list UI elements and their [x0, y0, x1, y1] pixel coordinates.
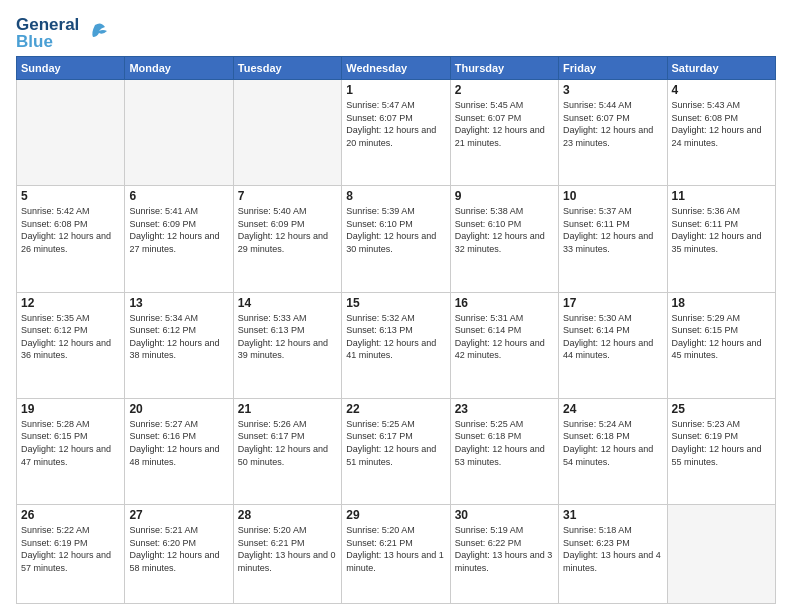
calendar-cell: 3 Sunrise: 5:44 AM Sunset: 6:07 PM Dayli…	[559, 80, 667, 186]
day-number: 7	[238, 189, 337, 203]
day-number: 31	[563, 508, 662, 522]
day-info: Sunrise: 5:19 AM Sunset: 6:22 PM Dayligh…	[455, 524, 554, 574]
day-info: Sunrise: 5:25 AM Sunset: 6:17 PM Dayligh…	[346, 418, 445, 468]
calendar-cell: 19 Sunrise: 5:28 AM Sunset: 6:15 PM Dayl…	[17, 398, 125, 504]
day-number: 5	[21, 189, 120, 203]
calendar-cell: 1 Sunrise: 5:47 AM Sunset: 6:07 PM Dayli…	[342, 80, 450, 186]
calendar-cell	[17, 80, 125, 186]
day-number: 15	[346, 296, 445, 310]
day-info: Sunrise: 5:43 AM Sunset: 6:08 PM Dayligh…	[672, 99, 771, 149]
logo: General Blue	[16, 16, 109, 50]
day-number: 16	[455, 296, 554, 310]
day-number: 29	[346, 508, 445, 522]
day-info: Sunrise: 5:36 AM Sunset: 6:11 PM Dayligh…	[672, 205, 771, 255]
header: General Blue	[16, 16, 776, 50]
day-info: Sunrise: 5:25 AM Sunset: 6:18 PM Dayligh…	[455, 418, 554, 468]
week-row-1: 5 Sunrise: 5:42 AM Sunset: 6:08 PM Dayli…	[17, 186, 776, 292]
weekday-header-monday: Monday	[125, 57, 233, 80]
calendar-cell: 27 Sunrise: 5:21 AM Sunset: 6:20 PM Dayl…	[125, 505, 233, 604]
day-info: Sunrise: 5:42 AM Sunset: 6:08 PM Dayligh…	[21, 205, 120, 255]
calendar-cell: 30 Sunrise: 5:19 AM Sunset: 6:22 PM Dayl…	[450, 505, 558, 604]
day-info: Sunrise: 5:33 AM Sunset: 6:13 PM Dayligh…	[238, 312, 337, 362]
calendar-cell: 16 Sunrise: 5:31 AM Sunset: 6:14 PM Dayl…	[450, 292, 558, 398]
weekday-header-row: SundayMondayTuesdayWednesdayThursdayFrid…	[17, 57, 776, 80]
calendar-cell: 20 Sunrise: 5:27 AM Sunset: 6:16 PM Dayl…	[125, 398, 233, 504]
day-info: Sunrise: 5:28 AM Sunset: 6:15 PM Dayligh…	[21, 418, 120, 468]
day-info: Sunrise: 5:24 AM Sunset: 6:18 PM Dayligh…	[563, 418, 662, 468]
calendar-cell: 29 Sunrise: 5:20 AM Sunset: 6:21 PM Dayl…	[342, 505, 450, 604]
day-info: Sunrise: 5:45 AM Sunset: 6:07 PM Dayligh…	[455, 99, 554, 149]
day-number: 23	[455, 402, 554, 416]
day-number: 8	[346, 189, 445, 203]
calendar-cell: 12 Sunrise: 5:35 AM Sunset: 6:12 PM Dayl…	[17, 292, 125, 398]
calendar-cell: 10 Sunrise: 5:37 AM Sunset: 6:11 PM Dayl…	[559, 186, 667, 292]
logo-bird-icon	[81, 19, 109, 47]
calendar-cell: 13 Sunrise: 5:34 AM Sunset: 6:12 PM Dayl…	[125, 292, 233, 398]
day-info: Sunrise: 5:47 AM Sunset: 6:07 PM Dayligh…	[346, 99, 445, 149]
day-number: 3	[563, 83, 662, 97]
calendar-cell: 26 Sunrise: 5:22 AM Sunset: 6:19 PM Dayl…	[17, 505, 125, 604]
day-number: 30	[455, 508, 554, 522]
day-info: Sunrise: 5:40 AM Sunset: 6:09 PM Dayligh…	[238, 205, 337, 255]
calendar-cell: 11 Sunrise: 5:36 AM Sunset: 6:11 PM Dayl…	[667, 186, 775, 292]
calendar-cell: 4 Sunrise: 5:43 AM Sunset: 6:08 PM Dayli…	[667, 80, 775, 186]
day-number: 18	[672, 296, 771, 310]
logo-blue: Blue	[16, 33, 79, 50]
calendar-cell	[233, 80, 341, 186]
calendar-cell	[125, 80, 233, 186]
day-number: 19	[21, 402, 120, 416]
calendar-cell: 14 Sunrise: 5:33 AM Sunset: 6:13 PM Dayl…	[233, 292, 341, 398]
calendar-cell: 2 Sunrise: 5:45 AM Sunset: 6:07 PM Dayli…	[450, 80, 558, 186]
calendar-cell: 6 Sunrise: 5:41 AM Sunset: 6:09 PM Dayli…	[125, 186, 233, 292]
day-number: 24	[563, 402, 662, 416]
day-number: 25	[672, 402, 771, 416]
calendar-cell	[667, 505, 775, 604]
day-info: Sunrise: 5:29 AM Sunset: 6:15 PM Dayligh…	[672, 312, 771, 362]
day-info: Sunrise: 5:32 AM Sunset: 6:13 PM Dayligh…	[346, 312, 445, 362]
day-info: Sunrise: 5:20 AM Sunset: 6:21 PM Dayligh…	[346, 524, 445, 574]
day-number: 2	[455, 83, 554, 97]
calendar-cell: 31 Sunrise: 5:18 AM Sunset: 6:23 PM Dayl…	[559, 505, 667, 604]
day-info: Sunrise: 5:27 AM Sunset: 6:16 PM Dayligh…	[129, 418, 228, 468]
calendar-cell: 8 Sunrise: 5:39 AM Sunset: 6:10 PM Dayli…	[342, 186, 450, 292]
calendar-cell: 25 Sunrise: 5:23 AM Sunset: 6:19 PM Dayl…	[667, 398, 775, 504]
day-number: 11	[672, 189, 771, 203]
calendar-table: SundayMondayTuesdayWednesdayThursdayFrid…	[16, 56, 776, 604]
calendar-cell: 28 Sunrise: 5:20 AM Sunset: 6:21 PM Dayl…	[233, 505, 341, 604]
calendar-cell: 23 Sunrise: 5:25 AM Sunset: 6:18 PM Dayl…	[450, 398, 558, 504]
weekday-header-saturday: Saturday	[667, 57, 775, 80]
week-row-2: 12 Sunrise: 5:35 AM Sunset: 6:12 PM Dayl…	[17, 292, 776, 398]
calendar-cell: 21 Sunrise: 5:26 AM Sunset: 6:17 PM Dayl…	[233, 398, 341, 504]
weekday-header-thursday: Thursday	[450, 57, 558, 80]
day-info: Sunrise: 5:38 AM Sunset: 6:10 PM Dayligh…	[455, 205, 554, 255]
day-number: 27	[129, 508, 228, 522]
day-number: 13	[129, 296, 228, 310]
day-info: Sunrise: 5:41 AM Sunset: 6:09 PM Dayligh…	[129, 205, 228, 255]
day-info: Sunrise: 5:31 AM Sunset: 6:14 PM Dayligh…	[455, 312, 554, 362]
page: General Blue SundayMondayTuesdayWednesda…	[0, 0, 792, 612]
day-info: Sunrise: 5:26 AM Sunset: 6:17 PM Dayligh…	[238, 418, 337, 468]
day-number: 22	[346, 402, 445, 416]
weekday-header-friday: Friday	[559, 57, 667, 80]
day-number: 14	[238, 296, 337, 310]
day-number: 21	[238, 402, 337, 416]
calendar-cell: 5 Sunrise: 5:42 AM Sunset: 6:08 PM Dayli…	[17, 186, 125, 292]
calendar-cell: 18 Sunrise: 5:29 AM Sunset: 6:15 PM Dayl…	[667, 292, 775, 398]
day-number: 1	[346, 83, 445, 97]
weekday-header-sunday: Sunday	[17, 57, 125, 80]
day-number: 26	[21, 508, 120, 522]
logo-general: General	[16, 16, 79, 33]
day-info: Sunrise: 5:30 AM Sunset: 6:14 PM Dayligh…	[563, 312, 662, 362]
calendar-cell: 7 Sunrise: 5:40 AM Sunset: 6:09 PM Dayli…	[233, 186, 341, 292]
day-info: Sunrise: 5:21 AM Sunset: 6:20 PM Dayligh…	[129, 524, 228, 574]
day-info: Sunrise: 5:23 AM Sunset: 6:19 PM Dayligh…	[672, 418, 771, 468]
day-number: 6	[129, 189, 228, 203]
day-number: 9	[455, 189, 554, 203]
day-number: 17	[563, 296, 662, 310]
day-info: Sunrise: 5:18 AM Sunset: 6:23 PM Dayligh…	[563, 524, 662, 574]
day-number: 28	[238, 508, 337, 522]
week-row-0: 1 Sunrise: 5:47 AM Sunset: 6:07 PM Dayli…	[17, 80, 776, 186]
day-number: 10	[563, 189, 662, 203]
day-info: Sunrise: 5:44 AM Sunset: 6:07 PM Dayligh…	[563, 99, 662, 149]
day-number: 20	[129, 402, 228, 416]
